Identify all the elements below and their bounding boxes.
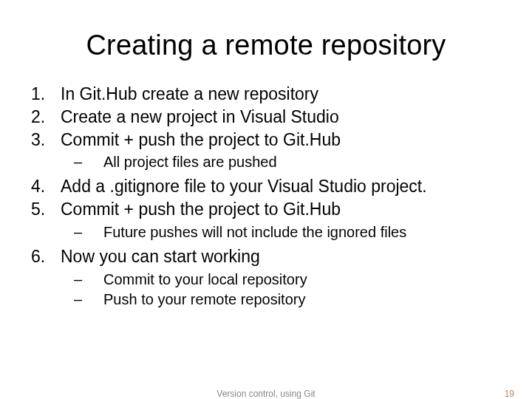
list-item: In Git.Hub create a new repository [22, 83, 510, 105]
list-item-text: In Git.Hub create a new repository [61, 84, 318, 103]
sub-list-item: All project files are pushed [61, 153, 510, 171]
sub-list: Commit to your local repository Push to … [61, 270, 510, 309]
list-item-text: Commit + push the project to Git.Hub [61, 130, 341, 149]
sub-list-item: Push to your remote repository [61, 290, 510, 309]
slide-body: In Git.Hub create a new repository Creat… [22, 83, 510, 309]
slide: Creating a remote repository In Git.Hub … [0, 0, 532, 399]
list-item: Commit + push the project to Git.Hub All… [22, 129, 510, 172]
main-list: In Git.Hub create a new repository Creat… [22, 83, 510, 309]
list-item: Add a .gitignore file to your Visual Stu… [22, 176, 510, 197]
slide-title: Creating a remote repository [22, 30, 510, 61]
list-item-text: Commit + push the project to Git.Hub [61, 200, 341, 219]
list-item-text: Now you can start working [61, 247, 260, 266]
sub-list: All project files are pushed [61, 153, 510, 171]
list-item-text: Create a new project in Visual Studio [61, 107, 339, 126]
list-item: Commit + push the project to Git.Hub Fut… [22, 199, 510, 242]
sub-list: Future pushes will not include the ignor… [61, 223, 510, 242]
list-item: Create a new project in Visual Studio [22, 106, 510, 128]
footer-center-text: Version control, using Git [216, 389, 315, 399]
list-item-text: Add a .gitignore file to your Visual Stu… [61, 177, 427, 196]
sub-list-item: Future pushes will not include the ignor… [61, 223, 510, 242]
sub-list-item: Commit to your local repository [61, 270, 510, 289]
list-item: Now you can start working Commit to your… [22, 246, 510, 309]
page-number: 19 [505, 389, 514, 399]
